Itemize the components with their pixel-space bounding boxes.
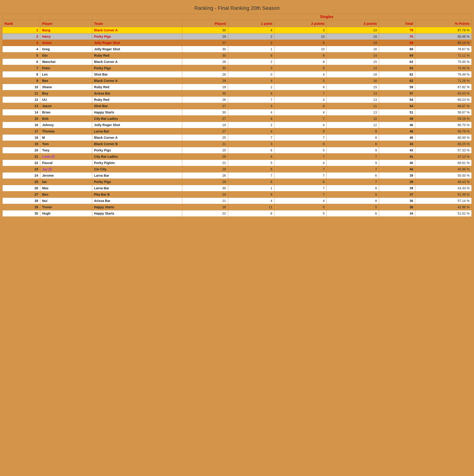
table-row: 13JasonShot Bar2758115466.67 % <box>2 103 472 109</box>
rank-cell: 15 <box>2 116 40 122</box>
played-cell: 27 <box>182 40 228 46</box>
team-cell: Black Corner A <box>92 59 182 65</box>
one-point-cell: 11 <box>228 204 274 210</box>
one-point-cell: 4 <box>228 116 274 122</box>
player-cell: Johnny <box>40 122 92 128</box>
rank-cell: 12 <box>2 97 40 103</box>
three-points-header: 3 points <box>327 20 379 27</box>
three-points-cell: 14 <box>327 65 379 71</box>
played-cell: 29 <box>182 34 228 40</box>
player-cell: Jerome <box>40 172 92 179</box>
rank-cell: 22 <box>2 160 40 166</box>
table-row: 27BenPita Bar B248753751.39 % <box>2 191 472 198</box>
pct-cell: 60.61 % <box>415 160 472 166</box>
played-cell: 30 <box>182 52 228 59</box>
player-cell: Tom <box>40 141 92 147</box>
three-points-cell: 8 <box>327 135 379 141</box>
player-cell: Bee <box>40 78 92 84</box>
three-points-cell: 6 <box>327 210 379 217</box>
two-points-cell: 6 <box>274 84 327 90</box>
two-points-cell: 4 <box>274 109 327 116</box>
two-points-cell: 5 <box>274 40 327 46</box>
rank-cell: 6 <box>2 59 40 65</box>
played-cell: 25 <box>182 135 228 141</box>
one-point-cell: 6 <box>228 52 274 59</box>
team-cell: City Bar Ladies <box>92 153 182 160</box>
player-cell: Pascal <box>40 160 92 166</box>
pct-cell: 56.79 % <box>415 128 472 135</box>
player-cell: Jay (f) <box>40 166 92 172</box>
table-row: 26MaxLarva Bar301783943.33 % <box>2 185 472 191</box>
played-cell: 19 <box>182 122 228 128</box>
one-point-cell: 2 <box>228 40 274 46</box>
rank-cell: 23 <box>2 166 40 172</box>
pct-cell: 47.13 % <box>415 153 472 160</box>
pct-cell: 56.67 % <box>415 109 472 116</box>
player-cell: Harry <box>40 34 92 40</box>
three-points-cell: 13 <box>327 97 379 103</box>
one-point-cell: 4 <box>228 78 274 84</box>
total-cell: 43 <box>379 141 415 147</box>
two-points-cell: 10 <box>274 46 327 52</box>
team-cell: Porky Pigs <box>92 179 182 185</box>
total-cell: 62 <box>379 78 415 84</box>
table-row: 17ThomasLarva Bar274984656.79 % <box>2 128 472 135</box>
three-points-cell: 13 <box>327 90 379 97</box>
table-row: 10ShaneRuby Red2926155967.82 % <box>2 84 472 90</box>
two-points-cell: 4 <box>274 122 327 128</box>
rank-cell: 10 <box>2 84 40 90</box>
player-header: Player <box>40 20 92 27</box>
table-row: 15BobCity Bar Ladies2747104859.26 % <box>2 116 472 122</box>
one-point-cell: 7 <box>228 97 274 103</box>
one-point-cell: 2 <box>228 122 274 128</box>
one-point-cell: 4 <box>228 27 274 34</box>
team-cell: City Bar Ladies <box>92 116 182 122</box>
table-row: 29TrevorHappy Starts2811553642.86 % <box>2 204 472 210</box>
singles-header-row: Singles <box>2 14 472 20</box>
team-cell: Happy Starts <box>92 204 182 210</box>
two-points-cell: 5 <box>274 147 327 153</box>
two-points-cell: 6 <box>274 179 327 185</box>
two-points-cell: 7 <box>274 90 327 97</box>
total-cell: 39 <box>379 179 415 185</box>
rank-cell: 24 <box>2 172 40 179</box>
rank-cell: 11 <box>2 90 40 97</box>
one-point-cell: 4 <box>228 198 274 204</box>
total-cell: 54 <box>379 97 415 103</box>
player-cell: Nui <box>40 198 92 204</box>
two-points-cell: 7 <box>274 153 327 160</box>
team-cell: Ruby Red <box>92 97 182 103</box>
two-points-cell: 3 <box>274 27 327 34</box>
table-row: 5GioRuby Red3068146471.11 % <box>2 52 472 59</box>
one-point-cell: 6 <box>228 147 274 153</box>
two-points-cell: 4 <box>274 160 327 166</box>
played-cell: 27 <box>182 128 228 135</box>
table-row: 11BoyArissa Bar3047135763.33 % <box>2 90 472 97</box>
three-points-cell: 8 <box>327 141 379 147</box>
pct-cell: 79.49 % <box>415 71 472 78</box>
team-cell: Black Corner A <box>92 135 182 141</box>
table-row: 14BrianHappy Starts3044135156.67 % <box>2 109 472 116</box>
two-points-cell: 8 <box>274 103 327 109</box>
one-point-cell: 4 <box>228 90 274 97</box>
team-cell: Porky Pigs <box>92 147 182 153</box>
three-points-cell: 16 <box>327 34 379 40</box>
one-point-cell: 5 <box>228 166 274 172</box>
rank-cell: 8 <box>2 71 40 78</box>
played-cell: 29 <box>182 153 228 160</box>
rank-header: Rank <box>2 20 40 27</box>
player-cell: Jason <box>40 103 92 109</box>
three-points-cell: 6 <box>327 172 379 179</box>
total-header: Total <box>379 20 415 27</box>
empty-player <box>40 14 92 20</box>
total-cell: 37 <box>379 191 415 198</box>
one-point-header: 1 point <box>228 20 274 27</box>
one-point-cell: 5 <box>228 160 274 166</box>
rank-cell: 14 <box>2 109 40 116</box>
total-cell: 63 <box>379 65 415 71</box>
played-cell: 28 <box>182 179 228 185</box>
three-points-cell: 16 <box>327 46 379 52</box>
rank-cell: 2 <box>2 34 40 40</box>
pct-cell: 80.70 % <box>415 122 472 128</box>
three-points-cell: 19 <box>327 40 379 46</box>
